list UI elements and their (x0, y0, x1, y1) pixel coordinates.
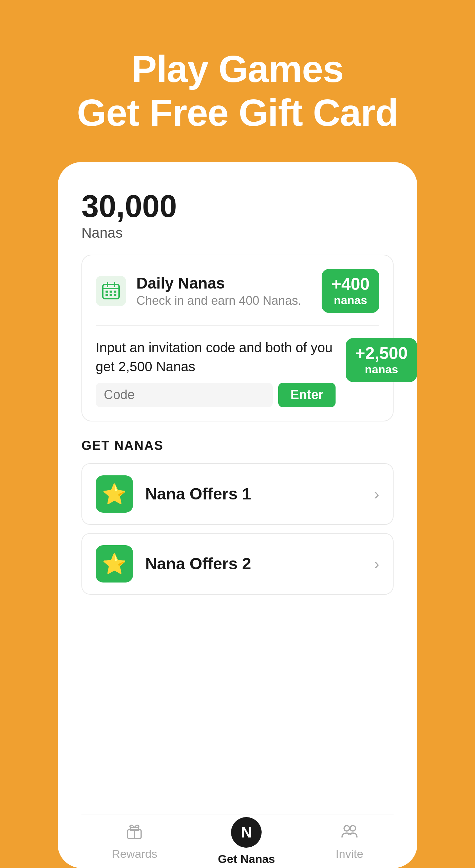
balance-label: Nanas (81, 225, 394, 241)
invite-section: Input an invitation code and both of you… (96, 338, 379, 407)
bottom-nav: Rewards N Get Nanas Invite (81, 814, 394, 868)
offer-title-2: Nana Offers 2 (145, 554, 374, 573)
invite-text-wrap: Input an invitation code and both of you… (96, 338, 336, 407)
svg-point-14 (350, 826, 356, 831)
daily-badge-amount: +400 (331, 275, 370, 294)
offer-icon-2: ⭐ (96, 545, 133, 583)
svg-rect-4 (106, 291, 108, 293)
code-input[interactable] (96, 383, 273, 407)
offer-title-1: Nana Offers 1 (145, 485, 374, 503)
divider (96, 325, 379, 326)
hero-title: Play Games Get Free Gift Card (77, 47, 398, 135)
offer-icon-1: ⭐ (96, 475, 133, 513)
enter-button[interactable]: Enter (278, 383, 336, 407)
svg-rect-6 (114, 291, 116, 293)
calendar-icon (96, 276, 126, 306)
invite-badge-amount: +2,500 (355, 344, 407, 363)
daily-nanas-row: Daily Nanas Check in and earn 400 Nanas.… (96, 269, 379, 313)
daily-nanas-subtitle: Check in and earn 400 Nanas. (136, 294, 322, 308)
rewards-label: Rewards (112, 847, 157, 861)
svg-rect-5 (110, 291, 112, 293)
spacer (81, 616, 394, 814)
get-nanas-label: GET NANAS (81, 438, 394, 453)
daily-nanas-badge[interactable]: +400 nanas (322, 269, 379, 313)
get-nanas-section: GET NANAS ⭐ Nana Offers 1 › ⭐ Nana Offer… (81, 438, 394, 603)
svg-rect-7 (106, 294, 108, 296)
nav-item-invite[interactable]: Invite (336, 822, 363, 861)
rewards-icon (126, 822, 143, 844)
invite-badge-label: nanas (355, 363, 407, 376)
svg-rect-8 (110, 294, 112, 296)
svg-rect-9 (114, 294, 116, 296)
get-nanas-nav-label: Get Nanas (218, 852, 275, 866)
chevron-icon-2: › (374, 554, 379, 573)
invite-description: Input an invitation code and both of you… (96, 338, 336, 376)
invite-icon (341, 822, 358, 844)
daily-badge-label: nanas (331, 294, 370, 307)
get-nanas-center-button[interactable]: N (231, 817, 262, 848)
balance-section: 30,000 Nanas (81, 189, 394, 241)
invite-label: Invite (336, 847, 363, 861)
balance-amount: 30,000 (81, 189, 394, 223)
phone-card: 30,000 Nanas Daily (58, 162, 417, 868)
nav-item-rewards[interactable]: Rewards (112, 822, 157, 861)
offer-item-2[interactable]: ⭐ Nana Offers 2 › (81, 533, 394, 595)
daily-nanas-text: Daily Nanas Check in and earn 400 Nanas. (136, 274, 322, 308)
nav-item-get-nanas[interactable]: N Get Nanas (218, 817, 275, 866)
daily-nanas-title: Daily Nanas (136, 274, 322, 292)
chevron-icon-1: › (374, 485, 379, 503)
code-input-row: Enter (96, 383, 336, 407)
offer-item-1[interactable]: ⭐ Nana Offers 1 › (81, 463, 394, 525)
inner-card: Daily Nanas Check in and earn 400 Nanas.… (81, 255, 394, 421)
svg-point-13 (344, 826, 349, 831)
invite-badge[interactable]: +2,500 nanas (346, 338, 417, 382)
